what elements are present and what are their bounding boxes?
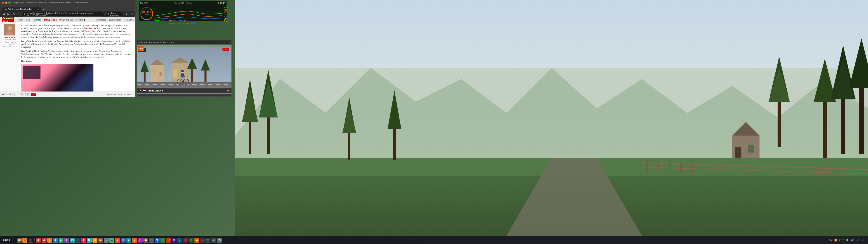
taskbar-app-27[interactable]: ✦: [183, 238, 188, 243]
music-icon[interactable]: ♪: [861, 238, 865, 242]
home-button[interactable]: ⌂: [17, 12, 20, 16]
svg-rect-23: [658, 162, 659, 172]
taskbar-app-21[interactable]: 🎮: [149, 238, 154, 243]
gpu-value: 0,9%: [224, 11, 228, 13]
browser-titlebar: Zeigt euren Desktop her! Seite 57 | Comp…: [0, 0, 135, 5]
taskbar-app-2[interactable]: A: [41, 238, 46, 243]
taskbar-app-15[interactable]: ▲: [115, 238, 120, 243]
race-logo: Giro: [138, 45, 144, 51]
taskbar-app-19[interactable]: ⬡: [138, 238, 143, 243]
taskbar-app-23[interactable]: 🌐: [160, 238, 165, 243]
taskbar-app-10[interactable]: 💬: [87, 238, 92, 243]
taskbar-app-31[interactable]: ⊞: [206, 238, 211, 243]
taskbar-app-14[interactable]: 📷: [110, 238, 114, 243]
nav-preisvergleich[interactable]: Preisvergleich: [59, 19, 74, 21]
taskbar-app-29[interactable]: 🏔: [194, 238, 199, 243]
firefox-browser-window: Zeigt euren Desktop her! Seite 57 | Comp…: [0, 0, 135, 97]
svg-rect-12: [823, 95, 827, 158]
sound-icon[interactable]: 🔊: [850, 238, 855, 242]
taskbar-app-28[interactable]: 🌿: [188, 238, 193, 243]
url-bar[interactable]: 🔒 https://www.computerbase.de/forum/thre…: [21, 12, 104, 17]
taskbar-app-3[interactable]: ★: [47, 238, 52, 243]
svg-text:LIVE: LIVE: [223, 48, 228, 50]
maximize-button[interactable]: [8, 2, 11, 4]
page-1[interactable]: 1: [12, 93, 16, 96]
nav-anmelden[interactable]: Anmelden: [96, 19, 107, 21]
taskbar-app-13[interactable]: 🔧: [104, 238, 109, 243]
taskbar: 13:40 📁 🦊 ⬛ ● A ★ ◆ ▶ ⚙ 📧 🎵 ♥ 💬 ☀ 📂 🔧 📷 …: [0, 236, 868, 244]
media-maximize[interactable]: □: [225, 41, 228, 43]
taskbar-app-33[interactable]: 777: [217, 238, 222, 243]
taskbar-app-24[interactable]: 📌: [166, 238, 171, 243]
battery-icon[interactable]: 🔋: [845, 238, 849, 242]
taskbar-app-4[interactable]: ◆: [53, 238, 58, 243]
page-56[interactable]: 56: [25, 93, 30, 96]
nav-registrieren[interactable]: Registrieren: [109, 19, 121, 21]
media-minimize[interactable]: ─: [223, 41, 225, 43]
taskbar-app-7[interactable]: 📧: [70, 238, 75, 243]
window-controls[interactable]: [2, 2, 11, 4]
forward-button[interactable]: ▶: [6, 12, 11, 16]
user-joined: Jul 2022: [7, 41, 16, 45]
media-close[interactable]: ✕: [228, 41, 230, 43]
browser-toolbar: ◀ ▶ ↻ ⌂ 🔒 https://www.computerbase.de/fo…: [0, 11, 135, 18]
temperature-gauge: 21,4°C Temp: [140, 5, 153, 22]
media-content: 34.4 km/h LIVE 4 Josef CERNY 59 Giro: [137, 44, 231, 96]
svg-rect-62: [173, 69, 178, 79]
computerbase-logo[interactable]: ComputerBase: [2, 17, 14, 22]
svg-rect-24: [669, 163, 670, 173]
taskbar-app-17[interactable]: ◉: [126, 238, 131, 243]
reply-prompt[interactable]: Anmelden, um zu antworten.: [107, 93, 133, 95]
taskbar-app-22[interactable]: 💎: [155, 238, 160, 243]
taskbar-app-18[interactable]: 🔥: [132, 238, 137, 243]
page-55[interactable]: 55: [20, 93, 24, 96]
search-bar[interactable]: 🔍 ghana sprachen: [105, 12, 123, 17]
nav-themen[interactable]: Themen: [33, 19, 41, 21]
taskbar-app-6[interactable]: ⚙: [64, 238, 69, 243]
wifi-icon[interactable]: 📶: [834, 238, 838, 242]
active-tab[interactable]: 🦊 Zeigt euren Desktop her!... ✕: [2, 7, 41, 11]
back-button[interactable]: ◀: [2, 12, 6, 16]
taskbar-app-26[interactable]: ⚡: [177, 238, 182, 243]
ellipsis: …: [17, 93, 19, 96]
tab-label: Zeigt euren Desktop her!...: [8, 8, 35, 10]
taskbar-firefox-icon[interactable]: 🦊: [22, 238, 27, 243]
weather-charts: System CPU GPU: [154, 5, 222, 22]
back-label[interactable]: ◀ Zurück: [2, 93, 11, 96]
cyclist-info-overlay: 4 Josef CERNY 59: [137, 88, 231, 93]
network-icon[interactable]: ↑↓: [829, 238, 833, 242]
calf-link[interactable]: Calf Studio Dear: [81, 30, 96, 33]
nav-ticker[interactable]: Ticker: [17, 19, 23, 21]
taskbar-app-8[interactable]: 🎵: [75, 238, 81, 243]
nav-forum[interactable]: Forum ●: [76, 19, 85, 21]
temp-value: 21°C: [839, 239, 844, 241]
minimize-button[interactable]: [5, 2, 7, 4]
taskbar-app-20[interactable]: ⬢: [143, 238, 148, 243]
tab-close-icon[interactable]: ✕: [37, 8, 39, 10]
nav-tests[interactable]: Tests: [25, 19, 30, 21]
taskbar-app-32[interactable]: 🔊: [211, 238, 216, 243]
taskbar-app-9[interactable]: ♥: [81, 238, 86, 243]
taskbar-app-25[interactable]: 🔮: [172, 238, 177, 243]
taskbar-app-11[interactable]: ☀: [92, 238, 97, 243]
taskbar-files-icon[interactable]: 📁: [17, 238, 22, 243]
bookmarks-button[interactable]: ★: [124, 12, 129, 16]
taskbar-app-30[interactable]: ☕: [200, 238, 205, 243]
refresh-button[interactable]: ↻: [11, 12, 16, 16]
page-57-current[interactable]: 57: [31, 93, 36, 96]
taskbar-app-1[interactable]: ●: [36, 238, 41, 243]
notification-icon[interactable]: △▽: [856, 238, 860, 242]
taskbar-app-5[interactable]: ▶: [59, 238, 64, 243]
taskbar-app-16[interactable]: 🖥: [121, 238, 126, 243]
close-button[interactable]: [2, 2, 4, 4]
menu-button[interactable]: ≡: [130, 12, 134, 16]
pagination-bar: ◀ Zurück 1 … 55 56 57 Anmelden, um zu an…: [0, 92, 135, 97]
nav-search[interactable]: 🔍 Suche: [124, 19, 133, 21]
taskbar-app-12[interactable]: 📂: [98, 238, 103, 243]
cyclist-bib: 59: [227, 89, 230, 92]
position-badge: 4: [139, 89, 142, 92]
prev-desktop-link[interactable]: vorigen Desktop: [83, 24, 98, 27]
nav-downloads[interactable]: Downloads: [44, 19, 57, 21]
taskbar-terminal-icon[interactable]: ⬛: [28, 238, 33, 243]
new-tab-button[interactable]: +: [41, 8, 46, 11]
